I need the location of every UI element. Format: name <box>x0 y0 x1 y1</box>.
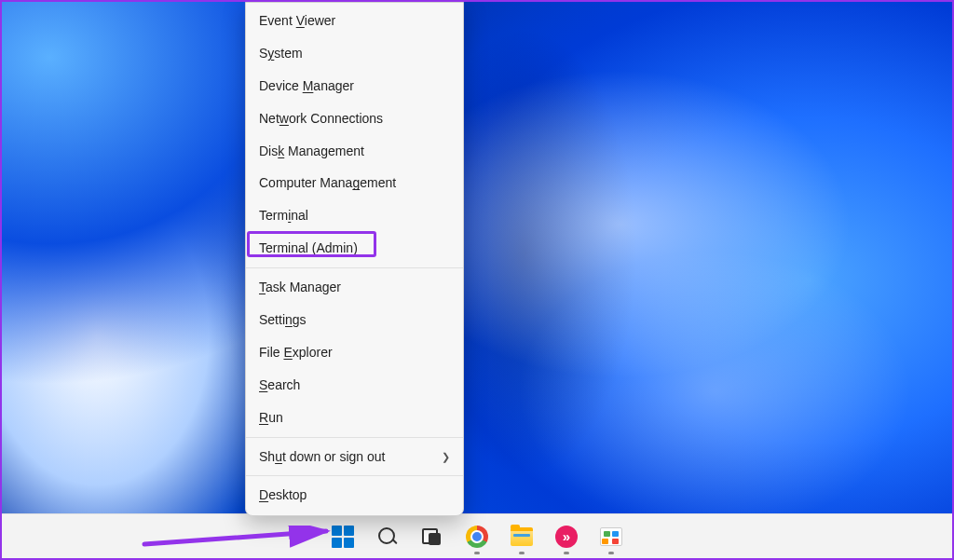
menu-separator <box>246 437 463 438</box>
control-panel-icon <box>600 527 622 546</box>
app-icon: » <box>555 526 578 548</box>
menu-item-settings[interactable]: Settings <box>246 304 463 336</box>
menu-item-computer-management[interactable]: Computer Management <box>246 167 463 199</box>
chrome-app[interactable] <box>458 518 496 555</box>
menu-item-terminal[interactable]: Terminal <box>246 199 463 232</box>
menu-item-run[interactable]: Run <box>246 402 463 434</box>
menu-separator <box>246 475 463 476</box>
menu-separator <box>246 267 463 268</box>
chevron-right-icon: ❯ <box>442 450 450 464</box>
start-button[interactable] <box>324 518 361 555</box>
winx-context-menu: Event Viewer System Device Manager Netwo… <box>245 2 464 516</box>
task-view-icon <box>422 528 443 545</box>
running-indicator <box>474 552 480 554</box>
menu-item-system[interactable]: System <box>246 37 463 70</box>
menu-item-shutdown[interactable]: Shut down or sign out ❯ <box>246 441 463 473</box>
running-indicator <box>564 552 569 554</box>
menu-item-search[interactable]: Search <box>246 369 463 402</box>
search-button[interactable] <box>369 518 406 555</box>
menu-item-task-manager[interactable]: Task Manager <box>246 271 463 304</box>
pinned-app-red[interactable]: » <box>548 518 585 555</box>
running-indicator <box>608 552 614 554</box>
menu-item-disk-management[interactable]: Disk Management <box>246 135 463 168</box>
windows-logo-icon <box>332 526 354 548</box>
menu-item-desktop[interactable]: Desktop <box>246 479 463 512</box>
menu-item-device-manager[interactable]: Device Manager <box>246 70 463 102</box>
menu-item-event-viewer[interactable]: Event Viewer <box>246 5 463 37</box>
folder-icon <box>511 527 533 546</box>
task-view-button[interactable] <box>414 518 451 555</box>
desktop-wallpaper <box>2 2 952 558</box>
taskbar: » <box>2 513 952 558</box>
menu-item-network-connections[interactable]: Network Connections <box>246 102 463 135</box>
running-indicator <box>519 552 525 554</box>
menu-item-file-explorer[interactable]: File Explorer <box>246 336 463 369</box>
chrome-icon <box>466 526 488 548</box>
file-explorer-app[interactable] <box>503 518 540 555</box>
search-icon <box>377 526 398 547</box>
control-panel-app[interactable] <box>593 518 630 555</box>
menu-item-terminal-admin[interactable]: Terminal (Admin) <box>246 232 463 265</box>
